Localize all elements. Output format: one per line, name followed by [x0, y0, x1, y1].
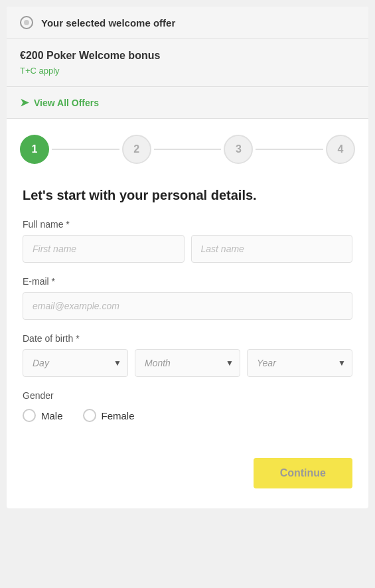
main-container: Your selected welcome offer €200 Poker W…	[7, 7, 368, 508]
step-4: 4	[326, 135, 355, 164]
dob-row: Day ▼ Month ▼ Year ▼	[23, 349, 352, 377]
welcome-offer-title: Your selected welcome offer	[41, 17, 175, 29]
offer-body: €200 Poker Welcome bonus T+C apply	[7, 39, 368, 87]
step-line-2	[154, 149, 222, 150]
offer-name: €200 Poker Welcome bonus	[20, 50, 355, 62]
continue-section: Continue	[7, 458, 368, 508]
view-all-link[interactable]: View All Offers	[34, 98, 99, 108]
gender-options: Male Female	[23, 409, 352, 422]
form-section: Let's start with your personal details. …	[7, 175, 368, 458]
gender-label: Gender	[23, 390, 352, 401]
form-heading: Let's start with your personal details.	[23, 188, 352, 203]
welcome-offer-section: Your selected welcome offer €200 Poker W…	[7, 7, 368, 119]
full-name-label: Full name *	[23, 219, 352, 230]
month-select[interactable]: Month	[135, 349, 240, 377]
step-line-1	[52, 149, 119, 150]
year-select[interactable]: Year	[247, 349, 352, 377]
dob-group: Date of birth * Day ▼ Month ▼ Year	[23, 333, 352, 377]
year-select-wrapper: Year ▼	[247, 349, 352, 377]
male-label: Male	[41, 410, 63, 421]
email-label: E-mail *	[23, 276, 352, 287]
email-group: E-mail *	[23, 276, 352, 320]
step-1: 1	[20, 135, 49, 164]
day-select-wrapper: Day ▼	[23, 349, 128, 377]
continue-button[interactable]: Continue	[254, 458, 352, 488]
step-line-3	[256, 149, 323, 150]
chevron-right-icon: ➤	[20, 96, 29, 109]
month-select-wrapper: Month ▼	[135, 349, 240, 377]
offer-tc: T+C apply	[20, 66, 355, 76]
male-radio-icon	[23, 409, 36, 422]
full-name-group: Full name *	[23, 219, 352, 263]
female-label: Female	[102, 410, 135, 421]
welcome-offer-header: Your selected welcome offer	[7, 7, 368, 39]
gender-female-option[interactable]: Female	[83, 409, 135, 422]
day-select[interactable]: Day	[23, 349, 128, 377]
step-3: 3	[224, 135, 253, 164]
offer-radio-icon	[20, 16, 33, 29]
steps-section: 1 2 3 4	[7, 119, 368, 175]
first-name-input[interactable]	[23, 235, 185, 263]
dob-label: Date of birth *	[23, 333, 352, 344]
step-2: 2	[122, 135, 151, 164]
female-radio-icon	[83, 409, 96, 422]
full-name-row	[23, 235, 352, 263]
last-name-input[interactable]	[191, 235, 353, 263]
steps-container: 1 2 3 4	[20, 135, 355, 164]
gender-male-option[interactable]: Male	[23, 409, 63, 422]
view-all-offers[interactable]: ➤ View All Offers	[7, 87, 368, 118]
gender-section: Gender Male Female	[23, 390, 352, 422]
email-input[interactable]	[23, 292, 352, 320]
